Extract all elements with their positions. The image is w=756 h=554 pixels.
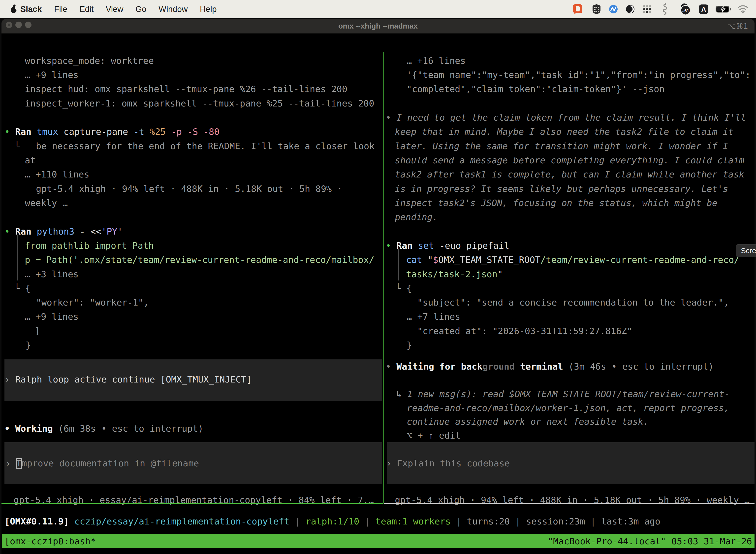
text-segment: • — [386, 362, 396, 372]
text-segment: { — [25, 283, 30, 293]
text-cursor: I — [16, 458, 21, 468]
terminal-line: should send a message before completing … — [395, 153, 744, 167]
text-segment: p = Path('.omx/state/team/review-current… — [25, 255, 374, 265]
terminal-line: "created_at": "2026-03-31T11:59:27.816Z" — [417, 324, 632, 338]
text-segment: should send a message before completing … — [395, 155, 744, 165]
text-segment: ↑ — [428, 430, 434, 441]
terminal-line: └ { — [396, 281, 412, 295]
mailbox-notice: ↳ 1 new msg(s): read $OMX_TEAM_STATE_ROO… — [396, 387, 730, 401]
dots-grid-icon[interactable] — [640, 2, 654, 16]
terminal-line: continue assigned work or next feasible … — [407, 414, 649, 429]
terminal-line: pending. — [395, 210, 438, 224]
apple-menu-icon[interactable] — [9, 4, 18, 14]
keyboard-a-icon[interactable]: A — [696, 2, 711, 16]
text-segment: keep that in mind. Maybe I also need the… — [395, 126, 734, 137]
menu-view[interactable]: View — [103, 4, 126, 14]
menu-edit[interactable]: Edit — [77, 4, 96, 14]
text-segment: … +3 lines — [25, 269, 79, 279]
text-segment: "subject": "send a concise recommendatio… — [417, 297, 729, 308]
terminal-line: … +16 lines — [406, 54, 465, 68]
text-segment: inspect_worker-1: omx sparkshell --tmux-… — [25, 98, 374, 108]
text-segment: … +9 lines — [25, 70, 79, 80]
text-segment: at — [25, 155, 36, 165]
tmux-session-label[interactable]: [omx-cczip0:bash* — [4, 536, 96, 546]
blue-bolt-icon[interactable] — [606, 2, 621, 16]
team-counter: team:1 workers — [376, 516, 451, 527]
text-segment: "worker": "worker-1", — [36, 297, 149, 308]
text-segment: /team/review-current-readme-and-reco/ — [541, 255, 739, 265]
text-segment: Ran — [15, 126, 37, 137]
model-status-line: gpt-5.4 xhigh · 94% left · 488K in · 5.1… — [395, 493, 750, 507]
text-segment: ↳ — [396, 389, 402, 399]
terminal-line: "worker": "worker-1", — [36, 295, 149, 310]
terminal-line: … +9 lines — [25, 68, 79, 82]
text-segment: "completed","claim_token":"claim-token"}… — [406, 84, 665, 94]
session-time: session:23m — [526, 516, 585, 527]
terminal-line: '{"team_name":"my-team","task_id":"1","f… — [406, 68, 751, 82]
desktop: Slack FileEditViewGoWindowHelp — [0, 0, 756, 554]
text-segment: ] — [35, 326, 40, 336]
menu-go[interactable]: Go — [133, 4, 149, 14]
text-segment: • — [386, 112, 396, 123]
run-bullet: • — [4, 126, 15, 137]
left-pane-bottom-border — [1, 503, 383, 504]
tmux-host-clock: "MacBook-Pro-44.local" 05:03 31-Mar-26 — [548, 536, 752, 546]
menu-window[interactable]: Window — [156, 4, 190, 14]
badge-61-icon[interactable]: ..61 — [677, 2, 693, 16]
screen-record-icon[interactable] — [570, 2, 585, 16]
right-code-rule — [398, 249, 399, 280]
text-segment: 'PY' — [101, 226, 123, 236]
wifi-icon[interactable] — [736, 2, 750, 16]
text-segment: | — [359, 516, 376, 527]
right-input-text: › Explain this codebase — [386, 456, 510, 470]
terminal-line: inspect task2's JSON, focusing on the st… — [395, 196, 717, 210]
terminal-line: is in progress? It seems likely but perh… — [395, 182, 728, 196]
menu-help[interactable]: Help — [197, 4, 219, 14]
text-segment: | — [510, 516, 526, 527]
text-segment: -p -S -80 — [171, 126, 219, 137]
menu-app-name[interactable]: Slack — [18, 4, 44, 14]
terminal-line: from pathlib import Path — [25, 238, 154, 253]
terminal-line: readme-and-reco/mailbox/worker-1.json, a… — [407, 401, 729, 415]
text-segment: readme-and-reco/mailbox/worker-1.json, a… — [407, 403, 729, 413]
text-segment: ⌥ — [407, 430, 412, 441]
text-segment: -t — [133, 126, 149, 137]
text-segment: from pathlib import Path — [25, 240, 154, 251]
text-segment: inspect_hud: omx sparkshell --tmux-pane … — [25, 84, 347, 94]
menu-bar: Slack FileEditViewGoWindowHelp — [0, 0, 756, 18]
text-segment: Working — [15, 424, 53, 434]
left-input-text: › Improve documentation in @filename — [5, 456, 199, 470]
terminal-line: inspect_worker-1: omx sparkshell --tmux-… — [25, 96, 374, 110]
text-segment: pending. — [395, 212, 438, 222]
prompt-chevron: › — [386, 458, 397, 468]
right-pane-bottom-border — [384, 503, 755, 504]
terminal-line: inspect_hud: omx sparkshell --tmux-pane … — [25, 82, 347, 96]
command-line: • Ran set -euo pipefail — [386, 238, 509, 253]
screen-overlay-tooltip: Scre — [736, 244, 756, 257]
battery-charging-icon[interactable] — [715, 2, 732, 16]
text-segment: " — [497, 269, 503, 279]
text-segment: cat — [406, 255, 428, 265]
text-segment: (6m 38s • esc to interrupt) — [53, 424, 203, 434]
shield-grid-icon[interactable] — [589, 2, 604, 16]
text-segment: • — [4, 424, 15, 434]
input-placeholder: mprove documentation in @filename — [21, 458, 199, 468]
text-segment — [69, 516, 74, 527]
text-segment: python3 — [37, 226, 80, 236]
command-line: • Ran tmux capture-pane -t %25 -p -S -80 — [4, 125, 219, 139]
terminal-line: p = Path('.omx/state/team/review-current… — [25, 253, 374, 267]
squiggle-icon[interactable] — [658, 2, 672, 16]
menu-file[interactable]: File — [52, 4, 70, 14]
text-segment: … +7 lines — [406, 312, 460, 322]
window-title-bar: omx --xhigh --madmax ⌥⌘1 — [1, 19, 755, 34]
pane-divider — [383, 52, 384, 503]
text-segment: tmux — [37, 126, 63, 137]
badge-text: ..61 — [682, 8, 689, 13]
command-line: • Ran python3 - <<'PY' — [4, 224, 123, 238]
text-segment: workspace_mode: worktree — [25, 56, 154, 66]
window-title: omx --xhigh --madmax — [1, 19, 755, 33]
dark-crescent-icon[interactable] — [623, 2, 637, 16]
text-segment: tasks/task-2.json — [406, 269, 497, 279]
terminal-line: … +3 lines — [25, 267, 79, 281]
text-segment: … +9 lines — [25, 312, 79, 322]
